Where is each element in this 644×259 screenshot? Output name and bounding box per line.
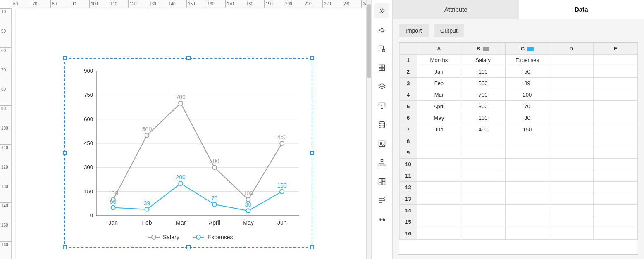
cell[interactable] xyxy=(594,170,638,182)
cell[interactable]: Feb xyxy=(417,78,461,89)
cell[interactable] xyxy=(505,135,549,147)
cell[interactable] xyxy=(505,216,549,228)
cell[interactable]: 39 xyxy=(505,78,549,89)
cell[interactable] xyxy=(505,147,549,159)
cell[interactable] xyxy=(505,182,549,193)
cell[interactable] xyxy=(417,193,461,205)
distribute-icon[interactable] xyxy=(374,212,389,227)
cell[interactable]: Salary xyxy=(461,55,505,66)
component-settings-icon[interactable] xyxy=(374,41,389,56)
cell[interactable] xyxy=(417,228,461,240)
col-header-A[interactable]: A xyxy=(417,43,461,55)
import-button[interactable]: Import xyxy=(399,24,429,37)
row-header[interactable]: 1 xyxy=(400,55,417,66)
resize-handle-mr[interactable] xyxy=(310,151,314,155)
cell[interactable]: April xyxy=(417,101,461,112)
row-header[interactable]: 2 xyxy=(400,66,417,78)
cell[interactable] xyxy=(505,228,549,240)
cell[interactable] xyxy=(549,101,594,112)
cell[interactable] xyxy=(594,55,638,66)
cell[interactable] xyxy=(505,205,549,216)
cell[interactable]: 450 xyxy=(461,124,505,135)
cell[interactable]: Expenses xyxy=(505,55,549,66)
cell[interactable] xyxy=(549,193,594,205)
cell[interactable] xyxy=(594,205,638,216)
cell[interactable] xyxy=(461,205,505,216)
cell[interactable] xyxy=(594,193,638,205)
expand-panel-button[interactable] xyxy=(374,3,389,18)
cell[interactable] xyxy=(461,193,505,205)
cell[interactable] xyxy=(594,159,638,170)
cell[interactable] xyxy=(594,182,638,193)
cell[interactable] xyxy=(549,124,594,135)
vertical-scrollbar[interactable] xyxy=(366,0,371,259)
cell[interactable] xyxy=(549,89,594,101)
row-header[interactable]: 11 xyxy=(400,170,417,182)
cell[interactable]: 100 xyxy=(461,112,505,124)
cell[interactable] xyxy=(594,124,638,135)
cell[interactable] xyxy=(505,193,549,205)
align-icon[interactable] xyxy=(374,193,389,208)
cell[interactable]: Months xyxy=(417,55,461,66)
resize-handle-bl[interactable] xyxy=(63,245,67,249)
cell[interactable] xyxy=(594,78,638,89)
cell[interactable] xyxy=(461,170,505,182)
cell[interactable] xyxy=(549,78,594,89)
cell[interactable] xyxy=(549,112,594,124)
database-icon[interactable] xyxy=(374,117,389,132)
cell[interactable] xyxy=(461,182,505,193)
row-header[interactable]: 4 xyxy=(400,89,417,101)
cell[interactable] xyxy=(549,147,594,159)
cell[interactable] xyxy=(549,228,594,240)
cell[interactable] xyxy=(505,170,549,182)
row-header[interactable]: 13 xyxy=(400,193,417,205)
image-icon[interactable] xyxy=(374,136,389,151)
cell[interactable] xyxy=(594,66,638,78)
cell[interactable] xyxy=(417,205,461,216)
cell[interactable] xyxy=(549,216,594,228)
col-header-D[interactable]: D xyxy=(549,43,594,55)
col-header-C[interactable]: C xyxy=(505,43,549,55)
cell[interactable]: 150 xyxy=(505,124,549,135)
cell[interactable] xyxy=(461,147,505,159)
cell[interactable] xyxy=(549,182,594,193)
row-header[interactable]: 10 xyxy=(400,159,417,170)
presentation-icon[interactable] xyxy=(374,98,389,113)
cell[interactable]: 70 xyxy=(505,101,549,112)
cell[interactable]: 300 xyxy=(461,101,505,112)
cell[interactable] xyxy=(549,135,594,147)
cell[interactable] xyxy=(461,135,505,147)
cell[interactable]: May xyxy=(417,112,461,124)
resize-handle-tl[interactable] xyxy=(63,56,67,60)
cell[interactable] xyxy=(461,159,505,170)
tab-attribute[interactable]: Attribute xyxy=(393,0,519,19)
cell[interactable] xyxy=(594,135,638,147)
cell[interactable]: 50 xyxy=(505,66,549,78)
cell[interactable] xyxy=(417,135,461,147)
row-header[interactable]: 5 xyxy=(400,101,417,112)
row-header[interactable]: 16 xyxy=(400,228,417,240)
cell[interactable] xyxy=(549,170,594,182)
row-header[interactable]: 7 xyxy=(400,124,417,135)
spreadsheet[interactable]: ABCDE1MonthsSalaryExpenses2Jan100503Feb5… xyxy=(399,42,638,255)
cell[interactable]: 700 xyxy=(461,89,505,101)
cell[interactable] xyxy=(417,159,461,170)
cell[interactable] xyxy=(549,55,594,66)
sheet-corner[interactable] xyxy=(400,43,417,55)
cell[interactable]: Jun xyxy=(417,124,461,135)
cell[interactable] xyxy=(594,89,638,101)
cell[interactable] xyxy=(594,147,638,159)
chart-selection-box[interactable]: 0150300450600750900JanFebMarAprilMayJun1… xyxy=(64,58,312,248)
resize-handle-tm[interactable] xyxy=(186,56,191,60)
fill-icon[interactable] xyxy=(374,22,389,37)
sitemap-icon[interactable] xyxy=(374,155,389,170)
row-header[interactable]: 3 xyxy=(400,78,417,89)
cell[interactable] xyxy=(461,216,505,228)
grid-icon[interactable] xyxy=(374,60,389,75)
cell[interactable] xyxy=(594,216,638,228)
row-header[interactable]: 9 xyxy=(400,147,417,159)
cell[interactable]: 30 xyxy=(505,112,549,124)
row-header[interactable]: 12 xyxy=(400,182,417,193)
output-button[interactable]: Output xyxy=(434,24,464,37)
cell[interactable] xyxy=(549,159,594,170)
